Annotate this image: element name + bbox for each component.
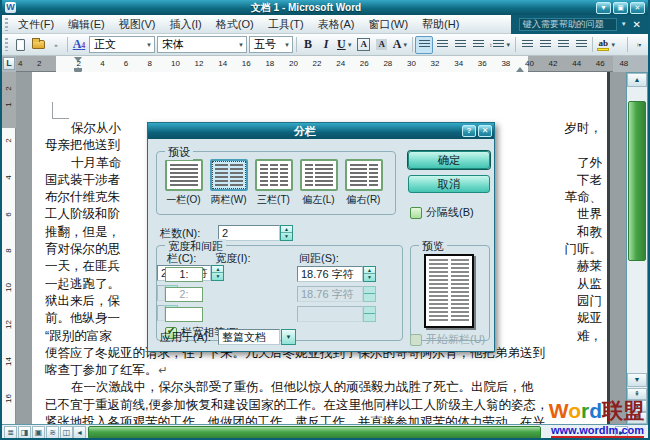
menu-item-7[interactable]: 窗口(W): [361, 16, 415, 32]
font-combo[interactable]: 宋体▼: [157, 36, 247, 53]
font-size-combo[interactable]: 五号▼: [249, 36, 293, 53]
horizontal-ruler[interactable]: 4224681012141618202224262830323436384042…: [16, 56, 613, 72]
ok-button[interactable]: 确定: [408, 151, 490, 169]
horizontal-scroll-track[interactable]: [87, 426, 614, 439]
italic-button[interactable]: I: [317, 36, 335, 54]
character-border-icon: A: [357, 38, 370, 51]
hruler-number: 4: [100, 59, 104, 68]
doc-text-left: 前。他纵身一: [45, 310, 120, 327]
width-input-1-spinner[interactable]: ▲▼: [363, 266, 376, 282]
spinner-down-icon[interactable]: [364, 294, 375, 301]
view-mode-button-2[interactable]: ▣: [32, 426, 45, 439]
toolbar-options-button[interactable]: ⁞▾: [630, 36, 648, 54]
width-input-3[interactable]: [297, 306, 363, 322]
menu-item-2[interactable]: 视图(V): [112, 16, 163, 32]
spinner-up-icon[interactable]: ▲: [212, 266, 223, 273]
dialog-help-button[interactable]: ?: [462, 125, 476, 137]
view-mode-button-1[interactable]: ◨: [18, 426, 31, 439]
vertical-scroll-thumb[interactable]: [628, 101, 646, 261]
menu-item-0[interactable]: 文件(F): [11, 16, 61, 32]
spacing-input-3[interactable]: [157, 305, 165, 321]
width-input-2[interactable]: 18.76 字符: [297, 286, 363, 302]
view-mode-button-0[interactable]: ≣: [4, 426, 17, 439]
numbering-button[interactable]: [518, 36, 536, 54]
preset-button-one[interactable]: [165, 159, 203, 191]
open-button[interactable]: [29, 36, 47, 54]
align-center-button[interactable]: [433, 36, 451, 54]
view-mode-button-4[interactable]: ◫: [60, 426, 73, 439]
columns-count-input[interactable]: 2: [218, 225, 280, 241]
decrease-indent-button[interactable]: [554, 36, 572, 54]
cancel-button[interactable]: 取消: [408, 175, 490, 193]
menu-item-5[interactable]: 工具(T): [261, 16, 311, 32]
highlight-button[interactable]: ab ▼: [595, 36, 618, 54]
tab-selector-button[interactable]: L: [3, 57, 15, 70]
character-shading-button[interactable]: A: [373, 36, 391, 54]
preset-button-right[interactable]: [345, 159, 383, 191]
restore-button[interactable]: ▣: [613, 2, 628, 14]
spinner-down-icon[interactable]: ▼: [364, 274, 375, 281]
vertical-ruler[interactable]: 21246810121416: [2, 72, 16, 424]
right-indent-marker[interactable]: [516, 63, 524, 72]
spinner-up-icon[interactable]: ▲: [281, 226, 292, 233]
align-right-button[interactable]: [451, 36, 469, 54]
width-input-2-spinner[interactable]: [363, 286, 376, 302]
toolbar-overflow-button[interactable]: »: [47, 36, 65, 54]
spinner-up-icon[interactable]: ▲: [364, 267, 375, 274]
help-dropdown-icon[interactable]: ▼: [621, 21, 627, 27]
preset-button-left[interactable]: [300, 159, 338, 191]
distribute-button[interactable]: [469, 36, 487, 54]
view-mode-button-3[interactable]: ≋: [46, 426, 59, 439]
columns-count-spinner[interactable]: ▲▼: [280, 225, 293, 241]
menu-item-3[interactable]: 插入(I): [162, 16, 208, 32]
underline-button[interactable]: U▼: [335, 36, 355, 54]
menubar-grip-icon[interactable]: [5, 18, 8, 31]
chevron-down-icon: ▼: [402, 42, 408, 48]
spinner-up-icon[interactable]: [364, 307, 375, 314]
preset-button-two[interactable]: [210, 159, 248, 191]
spinner-down-icon[interactable]: [364, 314, 375, 321]
minimize-button[interactable]: ▼: [596, 2, 611, 14]
align-left-button[interactable]: [415, 36, 433, 54]
document-close-button[interactable]: ✕: [631, 19, 643, 30]
help-question-input[interactable]: 键入需要帮助的问题: [519, 18, 617, 31]
apply-to-dropdown-icon[interactable]: ▼: [281, 329, 296, 345]
apply-to-select[interactable]: 整篇文档: [218, 329, 280, 345]
scroll-down-button[interactable]: ▼: [627, 373, 647, 387]
spinner-down-icon[interactable]: ▼: [212, 273, 223, 280]
character-border-button[interactable]: A: [355, 36, 373, 54]
menu-item-8[interactable]: 帮助(H): [415, 16, 466, 32]
menu-item-6[interactable]: 表格(A): [311, 16, 362, 32]
bullets-button[interactable]: [536, 36, 554, 54]
toolbar-grip-icon[interactable]: [5, 38, 8, 51]
start-new-column-checkbox[interactable]: [410, 334, 422, 346]
menu-item-4[interactable]: 格式(O): [209, 16, 261, 32]
vertical-scrollbar[interactable]: ▲ ▼ ⇞ ● ⇟: [626, 72, 648, 424]
hruler-number: 4: [18, 59, 22, 68]
preset-button-three[interactable]: [255, 159, 293, 191]
width-input-3-spinner[interactable]: [363, 306, 376, 322]
left-indent-marker[interactable]: [74, 68, 82, 71]
scroll-up-button[interactable]: ▲: [627, 73, 647, 87]
spacing-input-1-spinner[interactable]: ▲▼: [211, 265, 224, 281]
bold-button[interactable]: B: [299, 36, 317, 54]
dialog-close-button[interactable]: ✕: [478, 125, 492, 137]
width-and-spacing-group: 宽度和间距 栏(C): 宽度(I): 间距(S): 1:18.76 字符▲▼2.…: [156, 245, 403, 341]
line-between-checkbox[interactable]: [410, 207, 422, 219]
spacing-input-2[interactable]: [157, 285, 165, 301]
spinner-up-icon[interactable]: [364, 287, 375, 294]
style-combo[interactable]: 正文▼: [89, 36, 155, 53]
increase-indent-button[interactable]: [572, 36, 590, 54]
scroll-left-button[interactable]: ◄: [73, 426, 86, 439]
menu-item-1[interactable]: 编辑(E): [61, 16, 112, 32]
decrease-indent-icon: [558, 40, 569, 49]
spinner-down-icon[interactable]: ▼: [281, 233, 292, 240]
horizontal-scroll-thumb[interactable]: [88, 426, 541, 439]
width-input-1[interactable]: 18.76 字符: [297, 266, 363, 282]
close-button[interactable]: ✕: [630, 2, 645, 14]
character-scale-button[interactable]: A▼: [391, 36, 411, 54]
line-spacing-button[interactable]: ↕▼: [487, 36, 513, 54]
styles-and-formatting-button[interactable]: A4: [70, 36, 88, 54]
numbering-icon: [522, 40, 533, 49]
new-document-button[interactable]: [11, 36, 29, 54]
